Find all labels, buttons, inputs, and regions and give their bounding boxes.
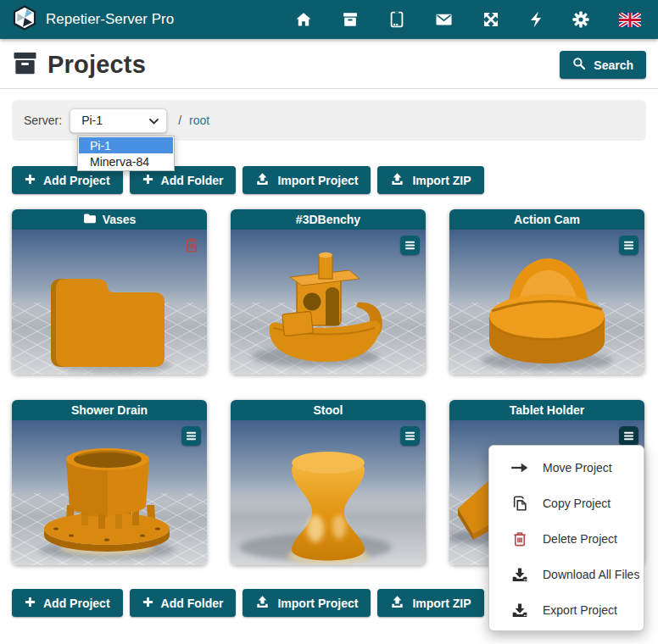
upload-icon xyxy=(255,595,270,612)
copy-icon xyxy=(510,495,529,512)
search-button[interactable]: Search xyxy=(560,51,646,79)
export-download-icon xyxy=(510,602,529,619)
card-header: Stool xyxy=(231,400,426,420)
menu-item-label: Download All Files xyxy=(543,568,639,581)
project-card-stool[interactable]: Stool xyxy=(231,400,426,565)
navbar-icons xyxy=(295,11,646,28)
hamburger-icon xyxy=(624,430,633,441)
hamburger-icon xyxy=(405,430,415,441)
menu-item-label: Copy Project xyxy=(543,497,611,510)
page-header: Projects Search xyxy=(12,50,646,80)
menu-item-export-project[interactable]: Export Project xyxy=(489,592,644,628)
printer-tablet-icon[interactable] xyxy=(388,11,405,28)
brand-title: Repetier-Server Pro xyxy=(46,11,174,28)
brand[interactable]: Repetier-Server Pro xyxy=(12,5,174,35)
plus-icon xyxy=(25,597,36,610)
card-menu-button-active[interactable] xyxy=(619,426,638,446)
import-zip-button[interactable]: Import ZIP xyxy=(377,589,483,617)
project-preview-stool xyxy=(231,420,426,565)
card-title: Shower Drain xyxy=(71,403,148,417)
card-header: Vases xyxy=(12,209,207,230)
project-card-vases[interactable]: Vases xyxy=(12,209,207,375)
card-menu-button[interactable] xyxy=(619,236,638,255)
add-project-label: Add Project xyxy=(43,174,110,187)
add-folder-label: Add Folder xyxy=(161,174,224,187)
card-menu-button[interactable] xyxy=(400,426,420,446)
card-title: Action Cam xyxy=(514,213,580,226)
home-icon[interactable] xyxy=(295,11,312,28)
add-project-button[interactable]: Add Project xyxy=(12,589,123,617)
card-header: Shower Drain xyxy=(12,400,207,420)
server-select-dropdown: Pi-1 Minerva-84 xyxy=(77,136,175,171)
add-folder-label: Add Folder xyxy=(161,597,224,610)
search-button-label: Search xyxy=(594,58,633,72)
trash-icon xyxy=(510,530,529,547)
messages-icon[interactable] xyxy=(435,11,453,28)
import-zip-label: Import ZIP xyxy=(412,597,471,610)
plus-icon xyxy=(142,174,153,187)
import-project-label: Import Project xyxy=(277,174,358,187)
chevron-down-icon xyxy=(149,114,159,127)
folder-icon xyxy=(83,213,97,226)
menu-item-move-project[interactable]: Move Project xyxy=(489,450,644,486)
upload-icon xyxy=(255,172,270,189)
projects-archive-icon[interactable] xyxy=(342,11,359,28)
card-header: Action Cam xyxy=(449,209,644,230)
fullscreen-arrows-icon[interactable] xyxy=(482,11,499,28)
card-title: Vases xyxy=(103,213,137,226)
card-header: #3DBenchy xyxy=(231,209,426,230)
project-preview-action-cam xyxy=(449,230,644,375)
upload-icon xyxy=(390,595,404,612)
menu-item-label: Delete Project xyxy=(543,532,617,546)
hamburger-icon xyxy=(624,240,633,251)
upload-icon xyxy=(390,172,404,189)
server-select[interactable]: Pi-1 xyxy=(70,108,167,133)
card-header: Tablet Holder xyxy=(449,400,644,420)
card-title: Stool xyxy=(314,403,343,417)
repetier-logo-icon xyxy=(12,5,37,35)
project-card-3dbenchy[interactable]: #3DBenchy xyxy=(231,209,426,375)
server-label: Server: xyxy=(24,114,62,127)
delete-folder-button[interactable] xyxy=(183,236,200,253)
project-card-action-cam[interactable]: Action Cam xyxy=(449,209,644,375)
header-divider xyxy=(0,88,658,89)
project-preview-vases xyxy=(12,230,207,375)
add-project-label: Add Project xyxy=(43,597,110,610)
hamburger-icon xyxy=(405,240,415,251)
menu-item-label: Export Project xyxy=(543,603,617,617)
menu-item-delete-project[interactable]: Delete Project xyxy=(489,521,644,557)
import-project-button[interactable]: Import Project xyxy=(243,589,371,617)
language-flag-icon[interactable] xyxy=(619,13,641,27)
hamburger-icon xyxy=(187,430,196,441)
project-card-shower-drain[interactable]: Shower Drain xyxy=(12,400,207,565)
menu-item-download-all-files[interactable]: Download All Files xyxy=(489,557,644,592)
search-icon xyxy=(572,57,586,73)
import-project-button[interactable]: Import Project xyxy=(243,166,371,194)
import-zip-label: Import ZIP xyxy=(412,174,471,187)
download-icon xyxy=(510,567,529,583)
server-select-value: Pi-1 xyxy=(81,114,103,127)
server-breadcrumb-bar: Server: Pi-1 / root Pi-1 Minerva-84 xyxy=(12,100,646,141)
project-preview-shower-drain xyxy=(12,420,207,565)
project-preview-3dbenchy xyxy=(231,230,426,375)
import-zip-button[interactable]: Import ZIP xyxy=(377,166,483,194)
server-option-pi1[interactable]: Pi-1 xyxy=(79,137,173,153)
arrow-right-icon xyxy=(510,461,529,475)
add-folder-button[interactable]: Add Folder xyxy=(130,589,237,617)
projects-archive-dark-icon xyxy=(12,50,38,80)
card-title: Tablet Holder xyxy=(510,403,584,417)
menu-item-copy-project[interactable]: Copy Project xyxy=(489,486,644,521)
menu-item-label: Move Project xyxy=(543,461,612,475)
page-title: Projects xyxy=(47,51,146,79)
plus-icon xyxy=(142,597,153,610)
top-navbar: Repetier-Server Pro xyxy=(0,0,658,39)
breadcrumb-separator: / xyxy=(178,114,181,127)
import-project-label: Import Project xyxy=(277,597,358,610)
power-bolt-icon[interactable] xyxy=(529,11,543,28)
server-option-minerva84[interactable]: Minerva-84 xyxy=(79,153,173,169)
card-menu-button[interactable] xyxy=(400,236,420,255)
settings-gear-icon[interactable] xyxy=(572,11,589,28)
breadcrumb-root-link[interactable]: root xyxy=(189,114,209,127)
card-title: #3DBenchy xyxy=(296,213,360,226)
card-menu-button[interactable] xyxy=(181,426,201,446)
